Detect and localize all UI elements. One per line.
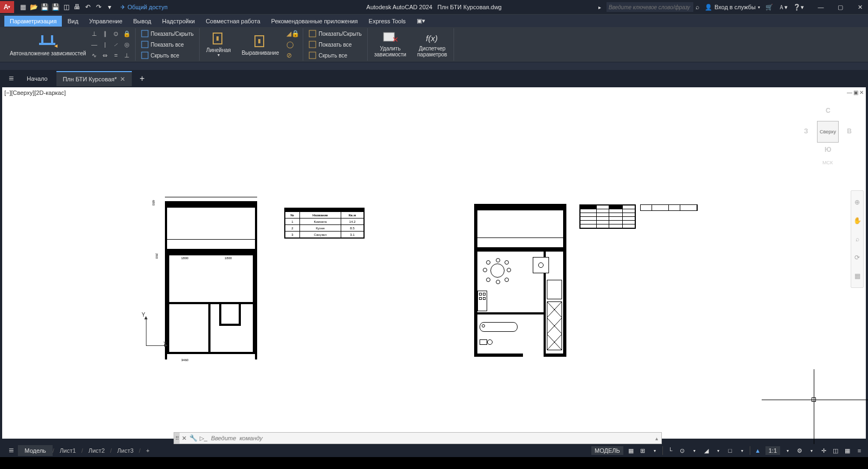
saveas-icon[interactable]: 💾 (51, 3, 60, 11)
layout3-tab[interactable]: Лист3 (112, 445, 139, 456)
constraint-tangent-icon[interactable]: ⊙ (111, 29, 121, 38)
layout-add-button[interactable]: + (141, 445, 155, 456)
viewcube-north[interactable]: С (826, 107, 831, 114)
viewport-label[interactable]: [−][Сверху][2D-каркас] (4, 89, 66, 96)
new-icon[interactable]: ▦ (18, 3, 27, 11)
dim-angular-icon[interactable]: ◢🔒 (286, 30, 299, 37)
close-button[interactable]: ✕ (855, 4, 865, 11)
viewcube[interactable]: С Ю З В Сверху МСК (801, 100, 855, 165)
app-menu-button[interactable]: A▾ (0, 1, 14, 13)
save-icon[interactable]: 💾 (40, 3, 49, 11)
align-dim-button[interactable]: Выравнивание (238, 33, 282, 57)
start-tab[interactable]: Начало (20, 72, 54, 85)
share-button[interactable]: ✈ Общий доступ (120, 4, 168, 11)
cmd-drag-handle[interactable]: ⠿ (174, 433, 180, 444)
cmd-close-icon[interactable]: ✕ (180, 435, 188, 442)
tab-addins[interactable]: Надстройки (157, 16, 200, 27)
doc-tabs-menu-icon[interactable]: ≡ (4, 72, 18, 86)
constraint-fix-icon[interactable]: 🔒 (122, 29, 132, 38)
open-icon[interactable]: 📂 (29, 3, 38, 11)
tab-collaborate[interactable]: Совместная работа (200, 16, 266, 27)
tab-express-tools[interactable]: Express Tools (363, 16, 411, 27)
search-input[interactable] (607, 2, 693, 12)
isolate-icon[interactable]: ◫ (831, 447, 840, 454)
minimize-button[interactable]: — (816, 4, 826, 11)
close-tab-icon[interactable]: ✕ (120, 75, 125, 83)
show-hide-geo-button[interactable]: Показать/Скрыть (139, 29, 196, 38)
grid-icon[interactable]: ▦ (627, 447, 635, 454)
layout-menu-icon[interactable]: ≡ (4, 444, 18, 458)
ortho-icon[interactable]: └ (666, 447, 675, 454)
tab-manage[interactable]: Управление (84, 16, 127, 27)
constraint-parallel-icon[interactable]: ∥ (100, 29, 110, 38)
polar-icon[interactable]: ⊙ (678, 447, 687, 454)
auto-constrain-button[interactable]: Автоналожение зависимостей (7, 32, 90, 57)
search-icon[interactable]: ⌕ (695, 3, 699, 11)
tab-output[interactable]: Вывод (128, 16, 157, 27)
layout1-tab[interactable]: Лист1 (54, 445, 81, 456)
nav-pan-icon[interactable]: ✋ (853, 217, 861, 224)
linear-dim-button[interactable]: Линейная▾ (203, 30, 234, 59)
nav-showmotion-icon[interactable]: ▦ (854, 272, 860, 280)
status-dropdown-4[interactable]: ▾ (738, 448, 746, 453)
dim-radius-icon[interactable]: ◯ (286, 41, 299, 48)
constraint-smooth-icon[interactable]: ∿ (90, 50, 99, 60)
vp-maximize-icon[interactable]: ▣ (853, 89, 858, 95)
nav-zoom-icon[interactable]: ⌕ (856, 235, 859, 243)
status-dropdown-6[interactable]: ▾ (807, 448, 816, 453)
redo-icon[interactable]: ↷ (94, 3, 103, 11)
osnap-icon[interactable]: □ (726, 447, 735, 454)
viewcube-wcs-label[interactable]: МСК (822, 160, 833, 165)
model-tab[interactable]: Модель (18, 445, 52, 456)
viewcube-west[interactable]: З (804, 127, 808, 135)
undo-icon[interactable]: ↶ (84, 3, 92, 11)
constraint-coincident-icon[interactable]: ⊥ (90, 29, 99, 38)
status-dropdown-5[interactable]: ▾ (783, 448, 792, 453)
show-hide-dim-button[interactable]: Показать/Скрыть (307, 29, 363, 38)
hardware-icon[interactable]: ▦ (843, 447, 852, 454)
nav-orbit-icon[interactable]: ⟳ (854, 254, 860, 261)
viewcube-south[interactable]: Ю (825, 146, 831, 153)
param-manager-button[interactable]: f(x) Диспетчер параметров (414, 30, 450, 59)
modelspace-button[interactable]: МОДЕЛЬ (591, 446, 623, 455)
delete-constraints-button[interactable]: ✕ Удалить зависимости (371, 30, 410, 59)
dim-diameter-icon[interactable]: ⊘ (286, 52, 299, 59)
search-toggle-icon[interactable]: ▸ (598, 4, 601, 10)
hide-all-dim-button[interactable]: Скрыть все (307, 50, 363, 60)
status-dropdown-2[interactable]: ▾ (690, 448, 699, 453)
help-icon[interactable]: ❔▾ (793, 4, 804, 11)
cart-icon[interactable]: 🛒 (765, 4, 773, 11)
plot-icon[interactable]: 🖶 (73, 3, 81, 11)
constraint-symmetric-icon[interactable]: ⇔ (100, 50, 110, 60)
app-home-icon[interactable]: Ａ▾ (778, 3, 788, 11)
tab-extra-icon[interactable]: ▣▾ (411, 15, 431, 27)
new-tab-button[interactable]: + (134, 72, 150, 86)
workspace-icon[interactable]: ✛ (819, 447, 828, 454)
vp-minimize-icon[interactable]: — (847, 89, 852, 95)
isodraft-icon[interactable]: ◢ (702, 447, 711, 454)
customize-status-icon[interactable]: ≡ (855, 447, 864, 454)
constraint-concentric-icon[interactable]: ◎ (122, 40, 132, 49)
constraint-horizontal-icon[interactable]: — (90, 40, 99, 49)
viewcube-east[interactable]: В (847, 127, 852, 135)
constraint-perpendicular-icon[interactable]: ⊥ (122, 50, 132, 60)
drawing-canvas[interactable]: [−][Сверху][2D-каркас] — ▣ ✕ С Ю З В Све… (2, 87, 866, 439)
vp-close-icon[interactable]: ✕ (859, 89, 864, 95)
constraint-vertical-icon[interactable]: | (100, 40, 110, 49)
cmd-customize-icon[interactable]: 🔧 (188, 434, 198, 442)
hide-all-geo-button[interactable]: Скрыть все (139, 50, 196, 60)
drawing-tab[interactable]: Плн БТИ Курсовая* ✕ (56, 71, 132, 86)
signin-button[interactable]: 👤 Вход в службы ▾ (705, 4, 760, 11)
maximize-button[interactable]: ▢ (835, 4, 845, 11)
gear-icon[interactable]: ⚙ (795, 447, 804, 454)
tab-parametric[interactable]: Параметризация (4, 16, 62, 27)
viewcube-top-face[interactable]: Сверху (817, 121, 839, 143)
status-dropdown-1[interactable]: ▾ (650, 448, 659, 453)
nav-wheel-icon[interactable]: ⊕ (854, 198, 860, 206)
constraint-equal-icon[interactable]: = (111, 50, 121, 60)
command-input[interactable] (209, 435, 652, 441)
show-all-dim-button[interactable]: Показать все (307, 40, 363, 49)
tab-view[interactable]: Вид (62, 16, 84, 27)
snap-icon[interactable]: ⊞ (639, 447, 647, 454)
tab-featured-apps[interactable]: Рекомендованные приложения (266, 16, 363, 27)
